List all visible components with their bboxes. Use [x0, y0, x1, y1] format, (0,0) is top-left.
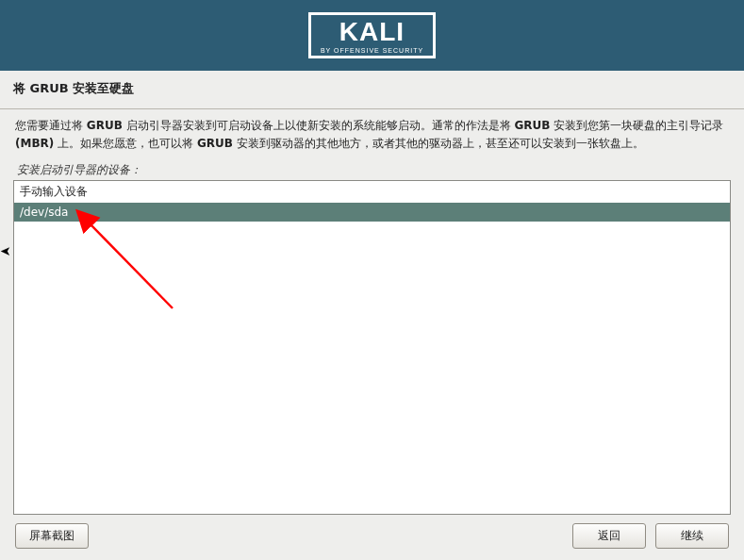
installer-header: KALI BY OFFENSIVE SECURITY [0, 0, 744, 71]
step-title: 将 GRUB 安装至硬盘 [0, 71, 744, 109]
list-item-dev-sda[interactable]: /dev/sda [14, 203, 730, 222]
device-field-label: 安装启动引导器的设备： [17, 162, 731, 178]
kali-logo: KALI BY OFFENSIVE SECURITY [308, 12, 436, 58]
description-text: 您需要通过将 GRUB 启动引导器安装到可启动设备上以使新安装的系统能够启动。通… [13, 117, 731, 156]
kali-logo-subtitle: BY OFFENSIVE SECURITY [321, 47, 423, 54]
content-area: 您需要通过将 GRUB 启动引导器安装到可启动设备上以使新安装的系统能够启动。通… [0, 109, 744, 515]
bottom-button-bar: 屏幕截图 返回 继续 [0, 514, 744, 560]
device-listbox[interactable]: 手动输入设备 /dev/sda [13, 180, 731, 515]
screenshot-button[interactable]: 屏幕截图 [15, 523, 89, 549]
continue-button[interactable]: 继续 [655, 523, 729, 549]
list-item-manual-entry[interactable]: 手动输入设备 [14, 181, 730, 203]
kali-logo-text: KALI [321, 19, 423, 45]
back-button[interactable]: 返回 [572, 523, 646, 549]
